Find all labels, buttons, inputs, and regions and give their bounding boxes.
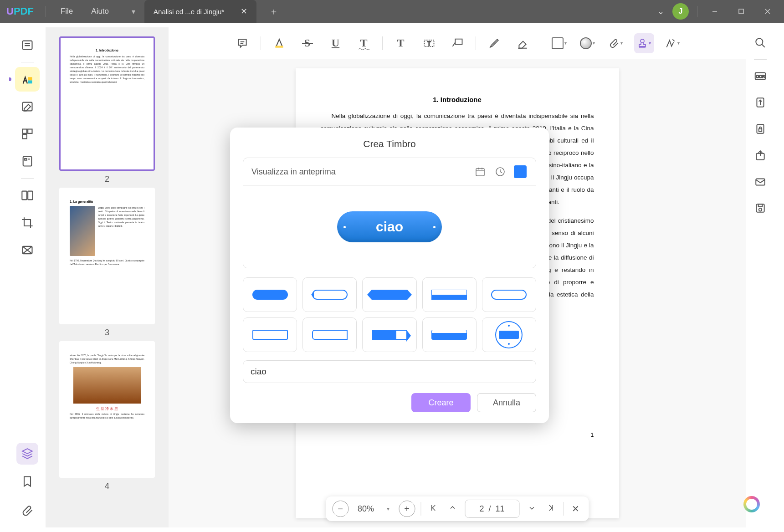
form-tool-icon[interactable] (15, 149, 40, 174)
search-icon[interactable] (750, 33, 770, 53)
cancel-button[interactable]: Annulla (477, 393, 536, 412)
tab-close-icon[interactable]: ✕ (238, 6, 250, 16)
crop-tool-icon[interactable] (15, 210, 40, 235)
textbox-tool-icon[interactable]: T (419, 33, 439, 53)
note-tool-icon[interactable] (232, 33, 252, 53)
stamp-shape-8[interactable] (362, 317, 416, 352)
thumbnail-number: 4 (105, 481, 109, 491)
thumbnail-page-2[interactable]: 1. Introduzione Nella globalizzazione di… (59, 36, 155, 171)
attachment-icon[interactable] (15, 498, 40, 523)
highlight-tool-icon[interactable] (269, 33, 289, 53)
thumbnail-page-3[interactable]: 1. La generalità Jingju viene dalle camp… (59, 188, 155, 324)
thumbnails-panel: 1. Introduzione Nella globalizzazione di… (46, 27, 169, 527)
preview-label: Visualizza in anteprima (251, 167, 467, 177)
stamp-shape-9[interactable] (422, 317, 477, 352)
stamp-shape-1[interactable] (243, 277, 297, 312)
first-page-button[interactable] (426, 504, 440, 514)
stamp-shape-4[interactable] (422, 277, 477, 312)
tab-dropdown-icon[interactable]: ▾ (132, 7, 135, 16)
squiggly-tool-icon[interactable]: T (354, 33, 374, 53)
time-icon[interactable] (493, 164, 507, 179)
titlebar-separator (697, 6, 697, 17)
attach-tool[interactable]: ▾ (606, 33, 626, 53)
compare-tool-icon[interactable] (15, 183, 40, 208)
app-logo: UPDF (0, 5, 40, 17)
menu-help[interactable]: Aiuto (82, 7, 118, 16)
prev-page-button[interactable] (446, 504, 459, 514)
last-page-button[interactable] (544, 504, 558, 514)
menu-file[interactable]: File (51, 7, 82, 16)
zoom-out-button[interactable]: − (332, 501, 348, 517)
right-toolbar: OCR (746, 27, 775, 527)
svg-rect-4 (23, 41, 32, 50)
svg-rect-40 (758, 204, 763, 206)
eraser-tool-icon[interactable] (512, 33, 533, 53)
pencil-tool-icon[interactable] (484, 33, 504, 53)
date-icon[interactable] (473, 164, 487, 179)
svg-rect-7 (28, 80, 32, 83)
thumbnail-page-4[interactable]: attore. Nel 1876, la parola "Jingju" fu … (59, 341, 155, 478)
stamp-shapes-grid (243, 277, 536, 352)
new-tab-button[interactable]: ＋ (266, 5, 282, 18)
logo-u: U (6, 5, 14, 17)
tab-title: Analisi ed ...e di Jingju* (154, 8, 224, 15)
color-picker[interactable] (513, 164, 528, 179)
zoom-dropdown-icon[interactable]: ▾ (383, 506, 393, 512)
preview-box: Visualizza in anteprima ciao (243, 158, 536, 268)
email-icon[interactable] (750, 172, 770, 192)
strikethrough-tool-icon[interactable]: S (297, 33, 318, 53)
signature-tool[interactable]: ▾ (662, 33, 682, 53)
maximize-button[interactable] (732, 2, 750, 20)
user-avatar[interactable]: J (672, 3, 689, 20)
titlebar-separator (46, 6, 46, 17)
zoom-in-button[interactable]: + (399, 501, 415, 517)
annotation-toolbar: S U T T T ▾ ▾ ▾ ▾ ▾ (169, 27, 746, 59)
convert-icon[interactable] (750, 92, 770, 113)
share-icon[interactable] (750, 145, 770, 165)
close-zoom-bar-button[interactable]: ✕ (569, 503, 582, 514)
reader-mode-icon[interactable] (15, 33, 40, 57)
next-page-button[interactable] (525, 504, 538, 514)
edit-tool-icon[interactable] (15, 94, 40, 119)
svg-point-41 (759, 208, 762, 211)
thumbnail-number: 3 (105, 328, 109, 338)
svg-rect-16 (22, 191, 27, 200)
create-stamp-modal: Crea Timbro Visualizza in anteprima ciao (230, 128, 549, 423)
svg-point-28 (641, 39, 644, 43)
comment-tool-icon[interactable] (15, 67, 40, 92)
organize-pages-icon[interactable] (15, 122, 40, 146)
svg-text:OCR: OCR (756, 74, 764, 79)
text-tool-icon[interactable]: T (391, 33, 411, 53)
close-button[interactable] (758, 2, 777, 20)
chevron-down-icon[interactable]: ⌄ (657, 6, 664, 16)
bookmark-icon[interactable] (15, 469, 40, 494)
stamp-shape-2[interactable] (302, 277, 357, 312)
shape-tool[interactable]: ▾ (549, 33, 569, 53)
document-tab[interactable]: Analisi ed ...e di Jingju* ✕ (144, 0, 256, 23)
save-icon[interactable] (750, 198, 770, 218)
stamp-tool[interactable]: ▾ (634, 33, 654, 53)
ai-assistant-button[interactable] (742, 495, 761, 514)
svg-rect-8 (28, 77, 32, 80)
page-number-input[interactable] (465, 500, 519, 518)
svg-line-31 (762, 44, 765, 47)
minimize-button[interactable] (706, 2, 724, 20)
stamp-shape-7[interactable] (302, 317, 357, 352)
ocr-icon[interactable]: OCR (750, 66, 770, 86)
protect-icon[interactable] (750, 119, 770, 139)
svg-rect-1 (739, 9, 743, 14)
stamp-text-input[interactable] (243, 360, 536, 383)
svg-rect-23 (275, 46, 283, 47)
stamp-shape-3[interactable] (362, 277, 416, 312)
stamp-shape-6[interactable] (243, 317, 297, 352)
layers-icon[interactable] (16, 443, 38, 465)
svg-rect-10 (23, 129, 27, 133)
redact-tool-icon[interactable] (15, 238, 40, 262)
sticker-tool[interactable]: ▾ (578, 33, 598, 53)
thumbnail-number: 2 (105, 174, 109, 184)
create-button[interactable]: Creare (411, 393, 471, 412)
callout-tool-icon[interactable] (447, 33, 467, 53)
stamp-shape-5[interactable] (482, 277, 536, 312)
underline-tool-icon[interactable]: U (326, 33, 346, 53)
stamp-shape-10[interactable] (482, 317, 536, 352)
